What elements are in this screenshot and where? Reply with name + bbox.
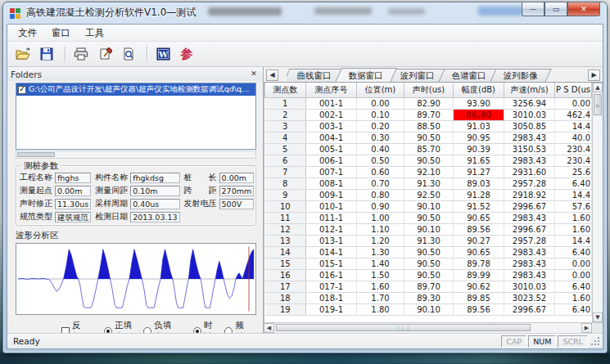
print-button[interactable]: [70, 44, 92, 64]
table-cell[interactable]: 0.90: [357, 200, 404, 212]
vscroll-thumb[interactable]: ≡: [594, 94, 602, 115]
table-row[interactable]: 13013-11.2091.3090.272957.2814.4: [265, 235, 592, 246]
table-cell[interactable]: 89.56: [454, 303, 504, 315]
hscroll-thumb[interactable]: ❘❘❘: [276, 324, 531, 331]
param-value[interactable]: 500V: [219, 199, 255, 209]
folder-list-item[interactable]: G:\公司产品设计开发\超声仪器\超声仪实地检测数据调试qd\qd03\qd03…: [16, 83, 255, 96]
table-cell[interactable]: 90.10: [404, 200, 454, 212]
table-row[interactable]: 1001-10.0082.9093.903256.940.00: [265, 97, 592, 109]
table-cell[interactable]: 89.70: [404, 281, 454, 292]
table-cell[interactable]: 25.6: [555, 166, 592, 178]
domain-option-radio[interactable]: [224, 327, 233, 333]
column-header-3[interactable]: 位置(m): [357, 83, 404, 97]
table-cell[interactable]: 90.65: [454, 246, 504, 258]
table-cell[interactable]: 90.50: [404, 212, 454, 223]
table-cell[interactable]: 88.50: [404, 120, 454, 132]
table-cell[interactable]: 015-1: [306, 258, 357, 269]
table-cell[interactable]: 92.50: [404, 189, 454, 200]
table-cell[interactable]: 0.10: [357, 109, 404, 120]
table-cell[interactable]: 005-1: [306, 143, 357, 155]
table-cell[interactable]: 89.78: [454, 258, 504, 269]
param-value[interactable]: 11.30us: [55, 199, 91, 209]
table-header-row[interactable]: 测点数测点序号位置(m)声时(us)幅度(dB)声速(m/s)P S D(us: [265, 83, 592, 97]
table-cell[interactable]: 90.65: [454, 212, 504, 223]
table-row[interactable]: 10010-10.9090.1091.522996.6757.6: [265, 200, 592, 212]
table-cell[interactable]: 3: [265, 120, 306, 132]
table-cell[interactable]: 0.00: [555, 97, 592, 109]
table-cell[interactable]: 3010.03: [504, 109, 555, 120]
tab-scroll-right-icon[interactable]: ▶: [588, 70, 600, 81]
table-cell[interactable]: 91.30: [404, 235, 454, 246]
table-cell[interactable]: 230.4: [555, 143, 592, 155]
table-cell[interactable]: 1.20: [357, 235, 404, 246]
table-cell[interactable]: 90.10: [404, 223, 454, 235]
table-cell[interactable]: 5: [265, 143, 306, 155]
table-cell[interactable]: 012-1: [306, 223, 357, 235]
table-cell[interactable]: 6: [265, 155, 306, 166]
table-cell[interactable]: 3050.85: [504, 120, 555, 132]
table-cell[interactable]: 15: [265, 258, 306, 269]
table-cell[interactable]: 14.4: [555, 235, 592, 246]
invert-checkbox[interactable]: 反相: [61, 320, 87, 333]
table-row[interactable]: 19019-11.8090.1089.562996.676.40: [265, 303, 592, 315]
table-cell[interactable]: 9: [265, 189, 306, 200]
table-cell[interactable]: 57.6: [555, 200, 592, 212]
table-cell[interactable]: 2983.43: [504, 246, 555, 258]
scroll-up-icon[interactable]: ▲: [593, 83, 603, 92]
invert-checkbox-box[interactable]: [61, 327, 70, 333]
table-cell[interactable]: 001-1: [306, 97, 357, 109]
parameter-button[interactable]: 参: [176, 44, 197, 64]
table-cell[interactable]: 002-1: [306, 109, 357, 120]
table-cell[interactable]: 013-1: [306, 235, 357, 246]
column-header-1[interactable]: 测点数: [265, 83, 306, 97]
table-cell[interactable]: 18: [265, 292, 306, 303]
table-row[interactable]: 16016-11.5090.5089.992983.430.00: [265, 269, 592, 281]
table-cell[interactable]: 0.50: [357, 155, 404, 166]
param-value[interactable]: 0.00m: [55, 186, 91, 196]
param-value[interactable]: fhghs: [55, 173, 91, 183]
param-value[interactable]: 2013.03.13: [130, 212, 179, 222]
fill-option-负填充[interactable]: 负填充: [143, 320, 175, 333]
table-cell[interactable]: 004-1: [306, 132, 357, 143]
table-cell[interactable]: 85.70: [404, 143, 454, 155]
table-cell[interactable]: 14.4: [555, 189, 592, 200]
scroll-right-icon[interactable]: ▶: [581, 323, 592, 333]
table-cell[interactable]: 1.30: [357, 246, 404, 258]
tab-波列影像[interactable]: 波列影像: [490, 69, 551, 82]
table-cell[interactable]: 0.20: [357, 120, 404, 132]
table-cell[interactable]: 2957.28: [504, 178, 555, 189]
table-cell[interactable]: 1.60: [555, 223, 592, 235]
table-cell[interactable]: 009-1: [306, 189, 357, 200]
table-cell[interactable]: 91.30: [404, 178, 454, 189]
fill-option-radio[interactable]: [143, 327, 151, 333]
param-value[interactable]: 270mm: [219, 186, 255, 196]
table-row[interactable]: 8008-10.7091.3089.032957.286.40: [265, 178, 592, 189]
table-cell[interactable]: 0.00: [555, 269, 592, 281]
folder-list-hscrollbar[interactable]: [16, 151, 256, 159]
maximize-button[interactable]: ▭: [544, 2, 567, 16]
table-cell[interactable]: 1.80: [357, 303, 404, 315]
table-cell[interactable]: 3023.52: [504, 292, 555, 303]
table-row[interactable]: 14014-11.3090.5090.652983.436.40: [265, 246, 592, 258]
table-cell[interactable]: 2996.67: [504, 223, 555, 235]
param-value[interactable]: 建筑规范: [55, 212, 91, 222]
table-cell[interactable]: 92.10: [404, 166, 454, 178]
table-cell[interactable]: 1.60: [555, 212, 592, 223]
table-cell[interactable]: 1: [265, 97, 306, 109]
table-cell[interactable]: 2996.67: [504, 200, 555, 212]
table-cell[interactable]: 17: [265, 281, 306, 292]
print-preview-button[interactable]: [118, 44, 139, 64]
table-cell[interactable]: 2983.43: [504, 269, 555, 281]
column-header-5[interactable]: 幅度(dB): [454, 83, 504, 97]
table-cell[interactable]: 91.52: [454, 200, 504, 212]
table-cell[interactable]: 019-1: [306, 303, 357, 315]
table-row[interactable]: 18018-11.7089.3089.853023.521.60: [265, 292, 592, 303]
tools-button[interactable]: [94, 44, 115, 64]
table-cell[interactable]: 008-1: [306, 178, 357, 189]
table-cell[interactable]: 0.00: [357, 97, 404, 109]
table-cell[interactable]: 82.90: [404, 97, 454, 109]
table-cell[interactable]: 90.62: [454, 281, 504, 292]
table-cell[interactable]: 10: [265, 200, 306, 212]
table-cell[interactable]: 2957.28: [504, 235, 555, 246]
fill-option-正填充[interactable]: 正填充: [104, 320, 136, 333]
